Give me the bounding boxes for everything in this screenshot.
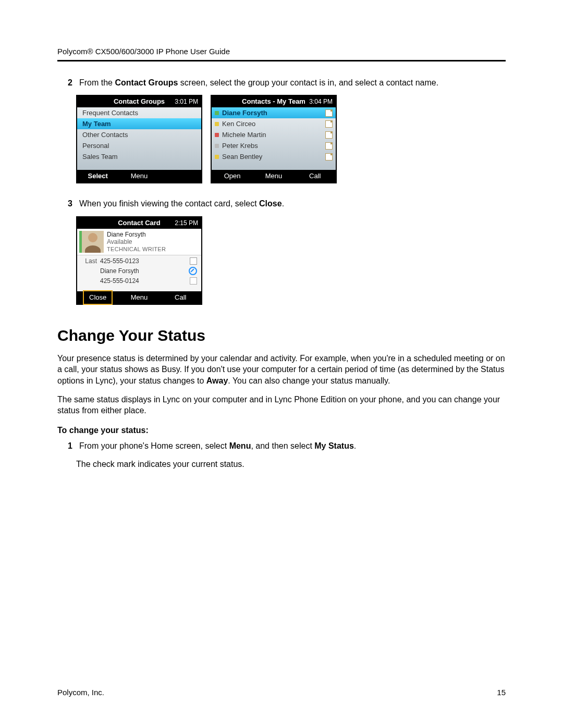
contact-item[interactable]: Peter Krebs <box>212 140 336 151</box>
screen-header: Contacts - My Team 3:04 PM <box>212 96 336 107</box>
screen-header: Contact Groups 3:01 PM <box>77 96 201 107</box>
softkey-menu[interactable]: Menu <box>118 170 160 182</box>
contact-card-rows: Last 425-555-0123 Diane Forsyth 425-555-… <box>77 255 201 287</box>
softkey-menu[interactable]: Menu <box>253 170 294 182</box>
contact-item-selected[interactable]: Diane Forsyth <box>212 107 336 118</box>
card-row[interactable]: Diane Forsyth <box>77 266 201 276</box>
screen-header: Contact Card 2:15 PM <box>77 217 201 229</box>
screen-contacts-myteam: Contacts - My Team 3:04 PM Diane Forsyth… <box>211 95 337 183</box>
contact-name: Michele Martin <box>222 131 322 139</box>
list-item[interactable]: Other Contacts <box>77 129 201 140</box>
subheading: To change your status: <box>57 426 506 435</box>
substep-1-text: From your phone's Home screen, select Me… <box>79 440 506 452</box>
contact-name: Sean Bentley <box>222 153 322 161</box>
softkey-menu[interactable]: Menu <box>118 291 160 304</box>
contact-card-role: TECHNICAL WRITER <box>107 246 166 253</box>
card-row-label: Last <box>81 257 97 265</box>
step-3-number: 3 <box>68 198 75 209</box>
softkey-call[interactable]: Call <box>160 291 201 304</box>
step-2-text: From the Contact Groups screen, select t… <box>79 77 506 89</box>
screen-body: Frequent Contacts My Team Other Contacts… <box>77 107 201 170</box>
section-heading: Change Your Status <box>57 327 506 344</box>
presence-icon <box>215 111 219 115</box>
list-item-selected[interactable]: My Team <box>77 118 201 129</box>
screen-time: 2:15 PM <box>175 217 198 229</box>
card-row-value: 425-555-0123 <box>100 257 187 265</box>
page-footer: Polycom, Inc. 15 <box>57 688 506 697</box>
step-3-text: When you finish viewing the contact card… <box>79 198 506 209</box>
contact-card-status: Available <box>107 238 166 245</box>
document-page: Polycom® CX500/600/3000 IP Phone User Gu… <box>0 0 563 728</box>
list-item[interactable]: Personal <box>77 140 201 151</box>
screen-time: 3:04 PM <box>309 96 333 107</box>
footer-page-number: 15 <box>497 688 506 697</box>
softkey-bar: Open Menu Call <box>212 170 336 182</box>
card-row[interactable]: Last 425-555-0123 <box>77 256 201 266</box>
presence-icon <box>215 144 219 148</box>
presence-icon <box>215 155 219 159</box>
screen-time: 3:01 PM <box>175 96 198 107</box>
page-icon <box>190 277 197 285</box>
page-header: Polycom® CX500/600/3000 IP Phone User Gu… <box>57 47 506 61</box>
contact-name: Ken Circeo <box>222 120 322 128</box>
card-row-value: Diane Forsyth <box>100 267 186 275</box>
screenshots-row-2: Contact Card 2:15 PM Diane Forsyth Avail… <box>76 216 506 305</box>
softkey-empty <box>160 170 201 182</box>
screen-contact-groups: Contact Groups 3:01 PM Frequent Contacts… <box>76 95 202 183</box>
screen-contact-card: Contact Card 2:15 PM Diane Forsyth Avail… <box>76 216 202 305</box>
section-paragraph-1: Your presence status is determined by yo… <box>57 353 506 387</box>
contact-name: Peter Krebs <box>222 142 322 150</box>
screen-body: Diane Forsyth Available TECHNICAL WRITER… <box>77 229 201 291</box>
presence-icon <box>215 122 219 126</box>
softkey-close-highlighted[interactable]: Close <box>83 290 113 305</box>
step-2: 2 From the Contact Groups screen, select… <box>68 77 506 89</box>
footer-company: Polycom, Inc. <box>57 688 104 697</box>
softkey-bar: Select Menu <box>77 170 201 182</box>
list-item[interactable]: Frequent Contacts <box>77 107 201 118</box>
step-2-number: 2 <box>68 77 75 89</box>
substep-1-line2: The check mark indicates your current st… <box>76 458 506 471</box>
section-paragraph-2: The same status displays in Lync on your… <box>57 394 506 416</box>
card-row[interactable]: 425-555-0124 <box>77 276 201 286</box>
contact-card-info: Diane Forsyth Available TECHNICAL WRITER <box>107 231 166 253</box>
step-3: 3 When you finish viewing the contact ca… <box>68 198 506 209</box>
contact-item[interactable]: Sean Bentley <box>212 151 336 162</box>
home-icon <box>190 257 197 265</box>
contact-card-icon <box>325 131 333 139</box>
contact-item[interactable]: Michele Martin <box>212 129 336 140</box>
softkey-call[interactable]: Call <box>295 170 336 182</box>
substep-1: 1 From your phone's Home screen, select … <box>68 440 506 452</box>
avatar-icon <box>79 231 104 253</box>
softkey-open[interactable]: Open <box>212 170 253 182</box>
header-title: Polycom® CX500/600/3000 IP Phone User Gu… <box>57 47 230 56</box>
softkey-bar: Close Menu Call <box>77 291 201 304</box>
contact-card-icon <box>325 109 333 117</box>
block-icon <box>189 267 197 275</box>
contact-card-icon <box>325 120 333 128</box>
contact-card-icon <box>325 142 333 150</box>
list-item[interactable]: Sales Team <box>77 151 201 162</box>
contact-card-name: Diane Forsyth <box>107 231 166 238</box>
card-row-value: 425-555-0124 <box>100 277 187 285</box>
contact-card-header: Diane Forsyth Available TECHNICAL WRITER <box>77 229 201 255</box>
contact-name: Diane Forsyth <box>222 109 322 117</box>
softkey-select[interactable]: Select <box>77 170 118 182</box>
contact-item[interactable]: Ken Circeo <box>212 118 336 129</box>
presence-icon <box>215 133 219 137</box>
substep-1-number: 1 <box>68 440 75 452</box>
screenshots-row-1: Contact Groups 3:01 PM Frequent Contacts… <box>76 95 506 183</box>
screen-body: Diane Forsyth Ken Circeo Michele Martin … <box>212 107 336 170</box>
contact-card-icon <box>325 153 333 161</box>
